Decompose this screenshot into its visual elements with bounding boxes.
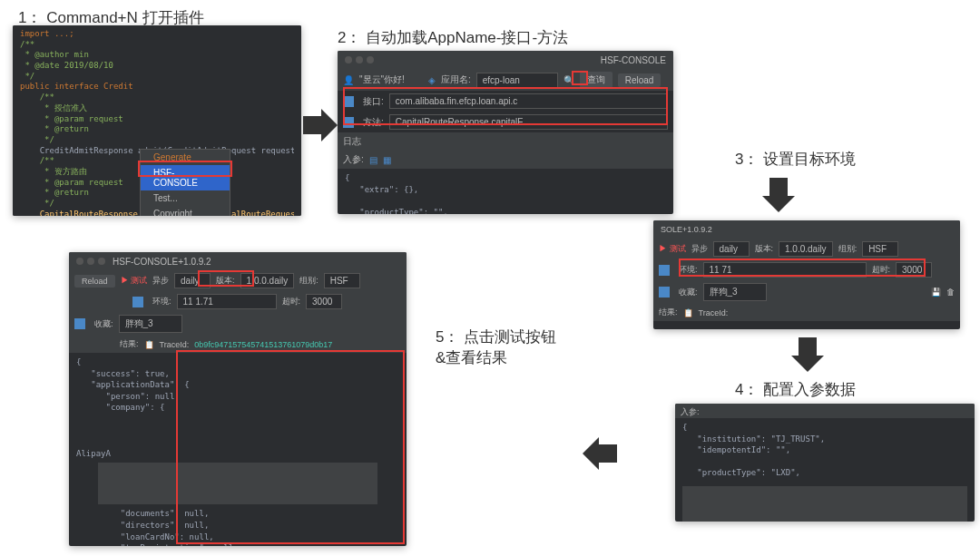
app-icon: ◈	[428, 75, 436, 85]
result-json: { "success": true, "applicationData": { …	[69, 353, 407, 463]
svg-marker-1	[762, 178, 795, 212]
panel2-hsf-console: HSF-CONSOLE 👤 "昱云"你好! ◈ 应用名: efcp-loan 🔍…	[338, 51, 673, 214]
panel3-env-settings: SOLE+1.0.9.2 ▶ 测试 异步daily 版本:1.0.0.daily…	[653, 220, 960, 329]
reload-button[interactable]: Reload	[618, 73, 662, 87]
param-label: 入参:	[681, 406, 700, 418]
panel-title: HSF-CONSOLE	[601, 55, 666, 65]
greeting: "昱云"你好!	[359, 73, 405, 86]
trash-icon[interactable]: 🗑	[946, 288, 955, 297]
arrow-1to2	[303, 107, 339, 143]
reload-button[interactable]: Reload	[74, 275, 115, 288]
panel-header: SOLE+1.0.9.2	[653, 220, 960, 239]
panel4-params: 入参: { "institution": "TJ_TRUST", "idempo…	[675, 404, 975, 522]
appname-input[interactable]: efcp-loan	[476, 73, 558, 88]
panel5-results: HSF-CONSOLE+1.0.9.2 Reload ▶ 测试 异步daily …	[69, 252, 407, 546]
env-label: 环境:	[679, 264, 698, 276]
timeout-input[interactable]: 3000	[896, 262, 932, 278]
step3-title: 3： 设置目标环境	[735, 149, 856, 170]
menu-copyright[interactable]: Copyright	[141, 206, 230, 216]
collect-input[interactable]: 胖狗_3	[119, 315, 182, 333]
code-line: import ...;	[20, 29, 294, 40]
panel1-code-editor: import ...; /** * @author min * @date 20…	[13, 25, 301, 216]
svg-marker-2	[791, 337, 824, 372]
group-input[interactable]: HSF	[324, 273, 360, 288]
method-label: 方法:	[363, 116, 384, 129]
panel-header: HSF-CONSOLE+1.0.9.2	[69, 252, 407, 270]
step4-title: 4： 配置入参数据	[735, 379, 856, 400]
param-icon1[interactable]: ▤	[369, 155, 377, 165]
method-icon	[343, 117, 354, 128]
menu-generate: Generate	[141, 150, 230, 165]
env-input[interactable]: 11 1.71	[177, 294, 277, 309]
collect-input[interactable]: 胖狗_3	[703, 283, 767, 301]
version-input[interactable]: 1.0.0.daily	[779, 241, 833, 257]
result-json2: "documents": null, "directors": null, "l…	[69, 504, 407, 546]
menu-test[interactable]: Test...	[141, 190, 230, 206]
sync-select[interactable]: daily	[713, 241, 750, 257]
arrow-2to3	[760, 178, 797, 214]
arrow-3to4	[789, 337, 826, 374]
test-button[interactable]: ▶ 测试	[659, 243, 686, 255]
menu-hsf-console[interactable]: HSF-CONSOLE	[141, 165, 230, 190]
interface-icon	[343, 96, 354, 107]
sync-select[interactable]: daily	[174, 273, 211, 288]
version-input[interactable]: 1.0.0.daily	[240, 273, 295, 288]
panel-header: HSF-CONSOLE	[338, 51, 673, 69]
group-input[interactable]: HSF	[862, 241, 898, 257]
result-block	[98, 463, 377, 504]
json-continuation	[682, 486, 967, 522]
interface-input[interactable]: com.alibaba.fin.efcp.loan.api.c	[389, 93, 668, 109]
timeout-input[interactable]: 3000	[306, 294, 342, 309]
context-menu: Generate HSF-CONSOLE Test... Copyright	[140, 149, 230, 216]
search-icon[interactable]: 🔍	[564, 75, 574, 85]
user-icon: 👤	[343, 75, 354, 85]
method-input[interactable]: CapitalRouteResponse capitalF	[389, 114, 668, 130]
search-button[interactable]: 查询	[580, 72, 612, 88]
result-icon: 📋	[683, 308, 693, 317]
log-label: 日志	[343, 135, 361, 148]
save-icon[interactable]: 💾	[931, 288, 941, 297]
param-json[interactable]: { "institution": "TJ_TRUST", "idempotent…	[675, 418, 975, 483]
traceid-value: 0b9fc947157545741513761079d0b17	[194, 340, 332, 349]
json-preview: { "extra": {}, "productType": "", "credi…	[338, 169, 673, 214]
arrow-4to5	[581, 435, 617, 472]
svg-marker-3	[583, 437, 617, 470]
env-input[interactable]: 11 71	[703, 262, 867, 278]
param-label: 入参:	[343, 153, 364, 166]
step2-title: 2： 自动加载AppName-接口-方法	[338, 27, 568, 48]
svg-marker-0	[303, 109, 338, 141]
appname-label: 应用名:	[441, 73, 471, 86]
test-button[interactable]: ▶ 测试	[121, 275, 148, 287]
interface-label: 接口:	[363, 95, 384, 108]
param-icon2[interactable]: ▦	[383, 155, 391, 165]
step5-title: 5： 点击测试按钮 &查看结果	[436, 327, 556, 368]
